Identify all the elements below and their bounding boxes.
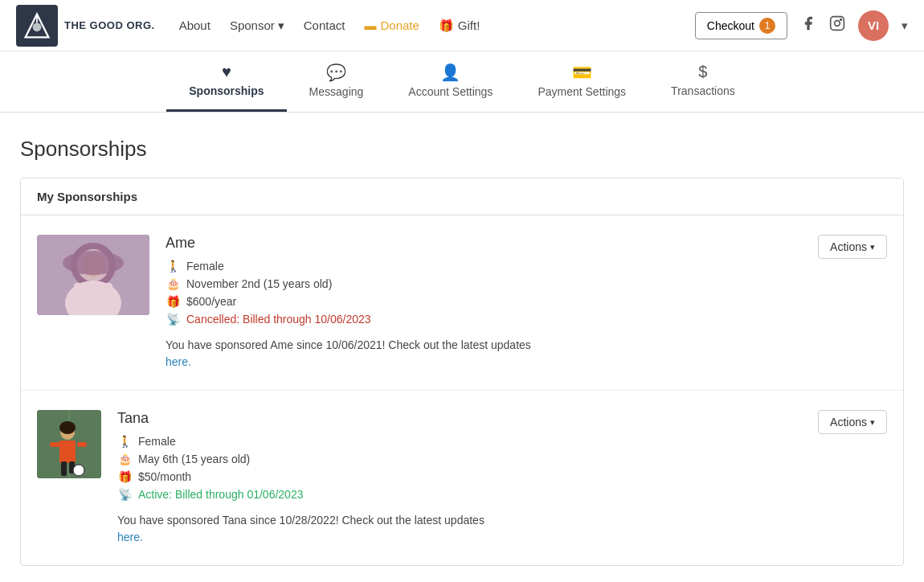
ame-name: Ame — [166, 235, 802, 252]
tana-status-row: 📡 Active: Billed through 01/06/2023 — [117, 488, 802, 501]
tana-actions-button[interactable]: Actions ▾ — [818, 410, 887, 434]
sponsorship-item-ame: Ame 🚶 Female 🎂 November 2nd (15 years ol… — [21, 215, 903, 391]
transactions-tab-icon: $ — [698, 63, 707, 81]
donate-icon: ▬ — [364, 18, 376, 32]
tab-account-settings[interactable]: 👤 Account Settings — [386, 51, 515, 112]
user-avatar-button[interactable]: VI — [858, 10, 889, 41]
birthday-icon: 🎂 — [166, 277, 180, 290]
ame-gender-row: 🚶 Female — [166, 260, 802, 273]
tana-updates-link[interactable]: here. — [117, 531, 143, 543]
nav-about[interactable]: About — [179, 18, 211, 33]
status-icon: 📡 — [166, 313, 180, 326]
instagram-icon[interactable] — [829, 15, 845, 35]
ame-actions-caret-icon: ▾ — [870, 242, 875, 252]
tana-sponsor-text: You have sponsored Tana since 10/28/2022… — [117, 512, 802, 546]
tabs-bar: ♥ Sponsorships 💬 Messaging 👤 Account Set… — [0, 51, 924, 113]
sponsorship-item-tana: Tana 🚶 Female 🎂 May 6th (15 years old) 🎁… — [21, 391, 903, 565]
sponsorships-tab-icon: ♥ — [222, 63, 231, 81]
svg-rect-18 — [50, 442, 61, 447]
nav-gift[interactable]: 🎁 Gift! — [439, 18, 480, 33]
gift-icon: 🎁 — [439, 18, 454, 33]
brand-logo — [16, 5, 58, 47]
tab-transactions[interactable]: $ Transactions — [648, 51, 758, 112]
ame-updates-link[interactable]: here. — [166, 355, 191, 368]
tab-messaging[interactable]: 💬 Messaging — [287, 51, 386, 112]
nav-links: About Sponsor ▾ Contact ▬ Donate 🎁 Gift! — [179, 18, 695, 33]
svg-rect-20 — [61, 461, 67, 476]
tab-sponsorships[interactable]: ♥ Sponsorships — [166, 51, 286, 112]
ame-sponsor-text: You have sponsored Ame since 10/06/2021!… — [166, 337, 802, 371]
tana-amount-icon: 🎁 — [117, 470, 132, 483]
tana-amount-row: 🎁 $50/month — [117, 470, 802, 483]
facebook-icon[interactable] — [800, 15, 816, 35]
svg-rect-10 — [74, 283, 112, 315]
svg-point-24 — [59, 421, 76, 434]
tana-actions-col: Actions ▾ — [818, 410, 887, 434]
tab-payment-settings[interactable]: 💳 Payment Settings — [515, 51, 648, 112]
ame-birthday-row: 🎂 November 2nd (15 years old) — [166, 277, 802, 290]
brand[interactable]: THE GOOD ORG. — [16, 5, 155, 47]
svg-point-4 — [835, 21, 840, 27]
tana-actions-caret-icon: ▾ — [870, 417, 875, 428]
ame-photo — [37, 235, 149, 315]
logo-icon — [22, 11, 51, 40]
svg-rect-3 — [831, 17, 844, 31]
ame-gender: Female — [186, 260, 224, 273]
tana-status: Active: Billed through 01/06/2023 — [138, 488, 303, 501]
page-content: Sponsorships My Sponsorships Ame — [4, 113, 920, 582]
tana-photo-svg — [37, 410, 101, 478]
svg-rect-12 — [63, 251, 124, 275]
svg-rect-17 — [59, 441, 76, 463]
nav-contact[interactable]: Contact — [304, 18, 345, 33]
tana-photo — [37, 410, 101, 478]
tana-amount: $50/month — [138, 470, 191, 483]
ame-status-row: 📡 Cancelled: Billed through 10/06/2023 — [166, 313, 802, 326]
tana-status-icon: 📡 — [117, 488, 132, 501]
ame-info: Ame 🚶 Female 🎂 November 2nd (15 years ol… — [166, 235, 802, 371]
tana-birthday-row: 🎂 May 6th (15 years old) — [117, 453, 802, 465]
ame-amount-row: 🎁 $600/year — [166, 295, 802, 308]
tana-birthday-icon: 🎂 — [117, 453, 132, 465]
page-title: Sponsorships — [20, 137, 904, 162]
tana-gender: Female — [138, 435, 176, 448]
checkout-badge: 1 — [759, 18, 775, 34]
tana-info: Tana 🚶 Female 🎂 May 6th (15 years old) 🎁… — [117, 410, 802, 546]
brand-name: THE GOOD ORG. — [64, 19, 155, 31]
nav-right: Checkout 1 VI ▾ — [695, 10, 908, 41]
svg-point-5 — [840, 19, 842, 21]
gender-icon: 🚶 — [166, 260, 180, 273]
svg-rect-19 — [77, 442, 87, 447]
ame-amount: $600/year — [186, 295, 236, 308]
navbar: THE GOOD ORG. About Sponsor ▾ Contact ▬ … — [0, 0, 924, 51]
account-settings-tab-icon: 👤 — [440, 63, 460, 82]
checkout-button[interactable]: Checkout 1 — [695, 12, 787, 39]
ame-actions-col: Actions ▾ — [818, 235, 887, 259]
ame-photo-svg — [37, 235, 149, 315]
ame-actions-button[interactable]: Actions ▾ — [818, 235, 887, 259]
amount-icon: 🎁 — [166, 295, 180, 308]
nav-sponsor[interactable]: Sponsor ▾ — [230, 18, 284, 33]
tana-birthday: May 6th (15 years old) — [138, 453, 250, 465]
sponsorships-card: My Sponsorships Ame 🚶 Fema — [20, 178, 904, 566]
nav-donate[interactable]: ▬ Donate — [364, 18, 419, 33]
card-header: My Sponsorships — [21, 178, 903, 215]
ame-birthday: November 2nd (15 years old) — [186, 277, 332, 290]
payment-settings-tab-icon: 💳 — [572, 63, 592, 82]
tana-gender-row: 🚶 Female — [117, 435, 802, 448]
avatar-caret-icon[interactable]: ▾ — [902, 18, 908, 33]
svg-point-1 — [33, 23, 42, 31]
sponsor-caret-icon: ▾ — [278, 18, 284, 33]
tana-name: Tana — [117, 410, 802, 427]
messaging-tab-icon: 💬 — [326, 63, 346, 82]
ame-status: Cancelled: Billed through 10/06/2023 — [186, 313, 371, 326]
tana-gender-icon: 🚶 — [117, 435, 132, 448]
